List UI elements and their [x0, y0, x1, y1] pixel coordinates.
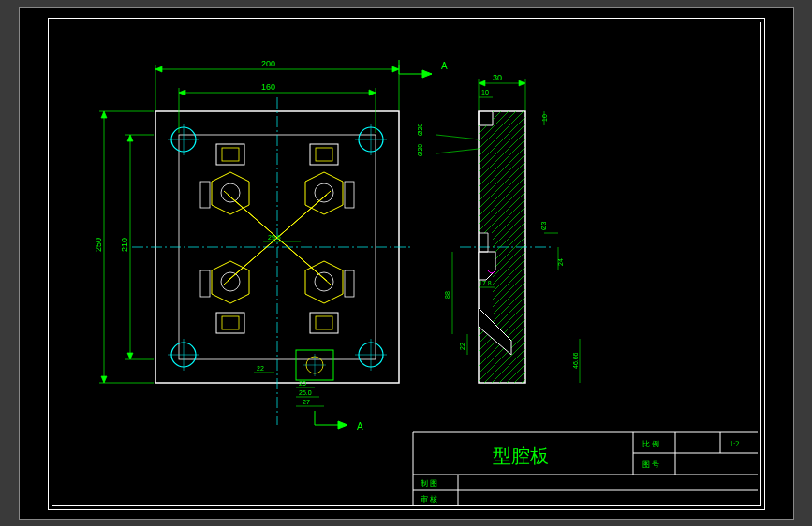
svg-marker-67	[422, 70, 432, 78]
title-block-lines	[413, 432, 758, 506]
svg-rect-19	[316, 148, 332, 161]
svg-rect-15	[222, 148, 239, 161]
cad-viewport: 29.6 200 160	[0, 0, 812, 526]
dim-22b: 22	[459, 343, 465, 350]
dim-22: 22	[257, 365, 264, 372]
drawing-title: 型腔板	[493, 446, 549, 466]
dim-4666: 46.66	[572, 352, 579, 369]
svg-rect-77	[479, 125, 493, 233]
dim-30: 30	[493, 73, 502, 82]
svg-marker-59	[127, 135, 133, 141]
svg-rect-33	[345, 270, 354, 297]
dim-dia3: Ø3	[540, 222, 547, 230]
svg-rect-14	[216, 144, 244, 165]
svg-rect-29	[316, 316, 332, 329]
svg-rect-31	[345, 182, 354, 208]
dim-27: 27	[303, 399, 310, 405]
svg-line-86	[436, 135, 479, 139]
section-cut-top	[399, 60, 432, 78]
svg-rect-25	[222, 316, 239, 329]
dim-10b: 10	[541, 114, 548, 122]
section-mark-top: A	[441, 61, 448, 71]
svg-rect-30	[200, 182, 210, 208]
drawing-canvas[interactable]: 29.6 200 160	[19, 7, 794, 520]
dim-296: 29.6	[268, 234, 281, 241]
svg-marker-44	[155, 66, 162, 72]
dim-24: 24	[557, 258, 564, 266]
dims-bottom	[254, 373, 324, 406]
dim-25: 25.0	[299, 389, 312, 396]
section-cut-bot	[315, 411, 347, 429]
svg-point-23	[221, 272, 240, 291]
svg-marker-82	[479, 80, 485, 86]
checked-label: 审 核	[421, 495, 437, 504]
drawn-label: 制 图	[421, 479, 437, 488]
svg-point-21	[315, 183, 333, 202]
dim-200: 200	[261, 59, 275, 68]
section-mark-bot: A	[357, 421, 363, 431]
dim-88: 88	[444, 291, 450, 299]
dim-160: 160	[261, 82, 275, 92]
dim-250: 250	[94, 238, 103, 252]
scale-value: 1:2	[730, 440, 739, 448]
svg-marker-50	[369, 90, 376, 95]
svg-marker-83	[519, 80, 525, 86]
dim-210: 210	[120, 238, 129, 252]
dim-dia20a: Ø20	[417, 124, 423, 136]
svg-marker-60	[127, 353, 133, 359]
scale-label: 比 例	[642, 440, 659, 448]
svg-rect-28	[310, 313, 338, 333]
dim-dia20b: Ø20	[417, 144, 423, 156]
svg-marker-49	[179, 90, 185, 95]
svg-marker-55	[101, 376, 107, 383]
drawing-svg: 29.6 200 160	[20, 8, 793, 519]
dim-178: 17.8	[479, 280, 492, 286]
svg-rect-18	[310, 144, 338, 165]
svg-point-17	[221, 183, 240, 202]
svg-marker-54	[101, 111, 107, 118]
dim-20: 20	[299, 380, 306, 387]
svg-point-27	[315, 272, 333, 291]
svg-rect-32	[200, 270, 210, 297]
svg-marker-70	[338, 421, 347, 429]
svg-marker-45	[392, 66, 399, 72]
svg-rect-24	[216, 313, 244, 333]
section-view	[460, 111, 554, 383]
dim-10a: 10	[481, 89, 489, 95]
dwgno-label: 图 号	[642, 460, 659, 469]
svg-line-87	[436, 149, 479, 153]
